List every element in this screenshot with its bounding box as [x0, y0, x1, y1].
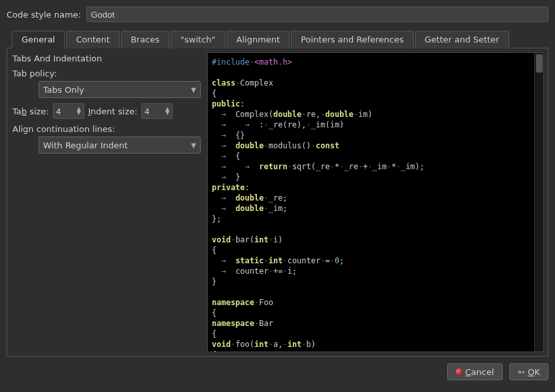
tab-policy-label: Tab policy:	[12, 69, 57, 78]
tab-size-label: Tab size:	[12, 106, 49, 116]
ok-button[interactable]: ➳ OK	[509, 363, 549, 380]
section-title: Tabs And Indentation	[12, 54, 198, 63]
tab-general[interactable]: General	[12, 31, 65, 48]
cancel-icon	[456, 368, 462, 375]
tab-policy-combo[interactable]: Tabs Only ▼	[39, 81, 201, 98]
code-style-name-label: Code style name:	[7, 10, 81, 20]
align-lines-value: With Regular Indent	[43, 140, 127, 150]
tab-switch[interactable]: "switch"	[171, 31, 225, 48]
indent-size-spin[interactable]: ▲▼	[141, 103, 173, 119]
tab-getter-setter[interactable]: Getter and Setter	[415, 31, 509, 48]
indent-size-input[interactable]	[144, 106, 158, 116]
spin-buttons[interactable]: ▲▼	[165, 107, 169, 115]
tab-braces[interactable]: Braces	[121, 31, 169, 48]
tab-alignment[interactable]: Alignment	[227, 31, 290, 48]
chevron-down-icon: ▼	[191, 86, 196, 93]
spin-buttons[interactable]: ▲▼	[77, 107, 81, 115]
tab-pointers-refs[interactable]: Pointers and References	[291, 31, 413, 48]
tab-size-input[interactable]	[56, 106, 69, 116]
tab-policy-value: Tabs Only	[43, 85, 84, 95]
ok-label: OK	[528, 367, 540, 377]
scrollbar-thumb[interactable]	[536, 54, 543, 73]
tab-content[interactable]: Content	[66, 31, 120, 48]
code-style-name-input[interactable]	[86, 7, 548, 22]
chevron-down-icon: ▼	[191, 142, 196, 149]
code-preview: #include·<math.h> class·Complex{public: …	[207, 52, 544, 352]
cancel-button[interactable]: Cancel	[447, 363, 502, 380]
indent-size-label: Indent size:	[88, 106, 137, 116]
scrollbar[interactable]	[534, 53, 543, 351]
cancel-label: Cancel	[465, 367, 494, 377]
settings-pane: Tabs And Indentation Tab policy: Tabs On…	[7, 48, 203, 356]
align-lines-label: Align continuation lines:	[12, 124, 115, 134]
tab-size-spin[interactable]: ▲▼	[53, 103, 84, 119]
align-lines-combo[interactable]: With Regular Indent ▼	[39, 137, 201, 154]
ok-icon: ➳	[518, 367, 526, 376]
tab-bar: General Content Braces "switch" Alignmen…	[7, 30, 548, 48]
